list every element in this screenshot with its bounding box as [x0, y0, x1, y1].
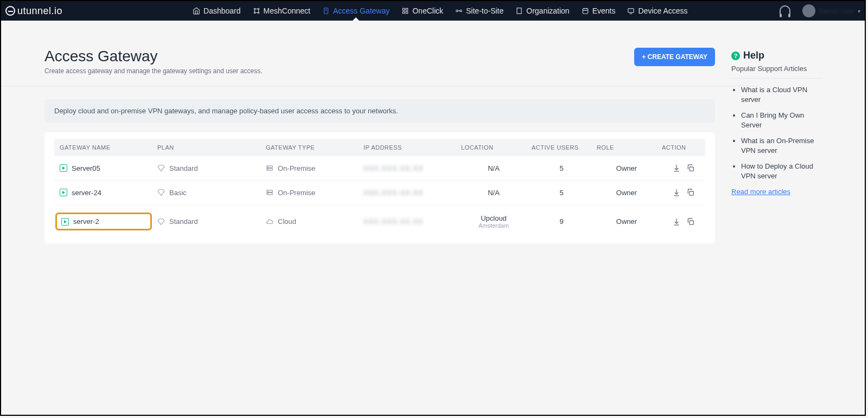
nav-label: Dashboard — [203, 7, 241, 15]
ip-cell: XXX.XXX.XX.XX — [358, 189, 456, 197]
support-icon[interactable] — [780, 5, 790, 16]
nav-label: Device Access — [638, 7, 687, 15]
table-row[interactable]: server-24BasicOn-PremiseXXX.XXX.XX.XXN/A… — [54, 181, 705, 205]
col-header: GATEWAY TYPE — [260, 144, 358, 151]
svg-point-34 — [268, 194, 269, 194]
plan-cell: Basic — [152, 189, 260, 197]
plan-cell: Standard — [152, 164, 260, 172]
svg-rect-38 — [690, 221, 693, 224]
svg-rect-10 — [406, 11, 408, 14]
nav-events[interactable]: Events — [582, 7, 616, 15]
svg-rect-8 — [406, 8, 408, 10]
plan-cell: Standard — [152, 217, 260, 226]
read-more-link[interactable]: Read more articles — [731, 188, 790, 196]
info-banner: Deploy cloud and on-premise VPN gateways… — [44, 99, 715, 123]
help-panel: ? Help Popular Support Articles What is … — [731, 48, 821, 243]
svg-rect-30 — [690, 167, 693, 171]
location-cell: N/A — [456, 189, 526, 197]
col-header: ACTION — [656, 144, 705, 151]
users-cell: 5 — [526, 189, 591, 197]
role-cell: Owner — [591, 164, 656, 172]
gateway-name: Server05 — [72, 164, 100, 172]
gateway-name: server-24 — [72, 189, 101, 197]
status-icon — [61, 218, 69, 226]
nav-icon — [627, 7, 635, 15]
logo-icon — [5, 6, 15, 16]
nav-icon — [401, 7, 409, 15]
table-row[interactable]: Server05StandardOn-PremiseXXX.XXX.XX.XXN… — [54, 156, 705, 181]
users-cell: 5 — [526, 164, 591, 172]
col-header: LOCATION — [456, 144, 526, 151]
svg-rect-14 — [517, 8, 521, 14]
table-row[interactable]: server-2StandardCloudXXX.XXX.XX.XXUpclou… — [54, 205, 705, 238]
help-article-link[interactable]: Can I Bring My Own Server — [741, 111, 821, 130]
help-article-link[interactable]: What is a Cloud VPN server — [741, 85, 821, 104]
gateway-name-cell[interactable]: Server05 — [60, 164, 152, 172]
location-cell: N/A — [456, 164, 526, 172]
nav-label: Organization — [526, 7, 569, 15]
svg-rect-9 — [403, 11, 405, 14]
help-article-link[interactable]: How to Deploy a Cloud VPN server — [741, 162, 821, 181]
col-header: ACTIVE USERS — [526, 144, 591, 151]
svg-point-0 — [254, 8, 255, 9]
user-name: Demo User — [819, 7, 854, 15]
svg-rect-36 — [690, 191, 693, 195]
type-cell: On-Premise — [260, 189, 358, 197]
action-cell — [656, 217, 705, 226]
action-cell — [656, 164, 705, 172]
type-cell: Cloud — [260, 217, 358, 226]
nav-icon — [515, 7, 523, 15]
copy-icon[interactable] — [686, 217, 695, 226]
user-menu[interactable]: Demo User ▾ — [802, 4, 860, 17]
nav-label: MeshConnect — [264, 7, 310, 15]
ip-cell: XXX.XXX.XX.XX — [358, 217, 456, 226]
nav-site-to-site[interactable]: Site-to-Site — [455, 7, 503, 15]
nav-meshconnect[interactable]: MeshConnect — [253, 7, 310, 15]
status-icon — [60, 189, 67, 196]
ip-cell: XXX.XXX.XX.XX — [358, 164, 456, 172]
chevron-down-icon: ▾ — [858, 8, 860, 14]
svg-point-3 — [258, 12, 259, 13]
nav-label: OneClick — [412, 7, 443, 15]
copy-icon[interactable] — [686, 164, 695, 172]
location-cell: UpcloudAmsterdam — [456, 214, 526, 229]
divider — [1, 86, 758, 86]
help-title: Help — [743, 50, 764, 61]
type-cell: On-Premise — [260, 164, 358, 172]
nav-icon — [253, 7, 260, 15]
gateway-name-cell[interactable]: server-24 — [60, 189, 152, 197]
nav-access-gateway[interactable]: Access Gateway — [322, 7, 390, 15]
download-icon[interactable] — [672, 217, 681, 226]
topbar: utunnel.io DashboardMeshConnectAccess Ga… — [1, 1, 865, 21]
download-icon[interactable] — [672, 164, 681, 172]
nav-dashboard[interactable]: Dashboard — [193, 7, 241, 15]
nav-icon — [582, 7, 589, 15]
create-gateway-button[interactable]: + CREATE GATEWAY — [634, 48, 715, 66]
download-icon[interactable] — [672, 188, 681, 197]
help-icon: ? — [731, 52, 740, 60]
svg-point-2 — [254, 12, 255, 13]
gateway-table: GATEWAY NAMEPLANGATEWAY TYPEIP ADDRESSLO… — [44, 132, 715, 243]
users-cell: 9 — [526, 217, 591, 226]
nav-icon — [193, 7, 200, 15]
copy-icon[interactable] — [686, 188, 695, 197]
action-cell — [656, 188, 705, 197]
brand-logo[interactable]: utunnel.io — [5, 5, 62, 17]
svg-point-11 — [456, 10, 458, 12]
col-header: ROLE — [591, 144, 656, 151]
brand-name: utunnel.io — [17, 5, 62, 17]
svg-point-27 — [268, 166, 269, 167]
nav-device-access[interactable]: Device Access — [627, 7, 687, 15]
svg-rect-7 — [403, 8, 405, 10]
svg-point-12 — [460, 10, 462, 12]
top-nav: DashboardMeshConnectAccess GatewayOneCli… — [193, 1, 687, 21]
svg-point-28 — [268, 169, 269, 170]
gateway-name-cell[interactable]: server-2 — [55, 213, 152, 230]
avatar-icon — [802, 4, 815, 17]
col-header: IP ADDRESS — [358, 144, 456, 151]
nav-oneclick[interactable]: OneClick — [401, 7, 443, 15]
help-article-link[interactable]: What is an On-Premise VPN server — [741, 136, 821, 155]
status-icon — [60, 164, 67, 172]
nav-organization[interactable]: Organization — [515, 7, 569, 15]
role-cell: Owner — [591, 189, 656, 197]
